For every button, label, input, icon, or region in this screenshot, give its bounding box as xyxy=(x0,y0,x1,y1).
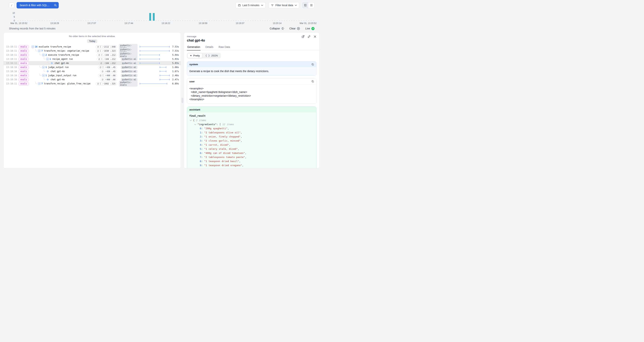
tab-generation[interactable]: Generation xyxy=(187,44,200,50)
framework-tag[interactable]: pydantic-ai xyxy=(121,70,138,73)
view-toggle-list[interactable] xyxy=(308,2,314,8)
search-icon[interactable] xyxy=(54,4,57,7)
attributes-token-chip[interactable]: ↗490↘66 xyxy=(100,78,117,81)
tab-details[interactable]: Details xyxy=(205,44,214,50)
framework-tag[interactable]: pydantic-evals xyxy=(119,52,138,58)
duration-gantt xyxy=(140,62,170,65)
framework-tag[interactable]: pydantic-ai xyxy=(121,58,138,61)
attributes-token-chip[interactable]: Σ↗104↘212 xyxy=(97,58,117,61)
trace-row[interactable]: 13:18:11evals−7transform_recipe: gluten_… xyxy=(4,82,181,86)
tab-raw-data[interactable]: Raw Data xyxy=(218,44,230,50)
collapse-toggle[interactable]: −2 xyxy=(42,54,47,56)
trace-row[interactable]: 13:18:16evalschat gpt-4o↗436↘45pydantic-… xyxy=(4,69,181,74)
detail-tabs: GenerationDetailsRaw Data xyxy=(184,44,320,50)
showing-records-text: Showing records from the last 5 minutes xyxy=(9,27,56,30)
chart-plot[interactable] xyxy=(18,10,314,21)
user-message-line: <dish_name>Spaghetti Bolognese</dish_nam… xyxy=(189,90,314,94)
clear-circle-x-icon xyxy=(297,27,300,30)
histogram-bar[interactable] xyxy=(149,13,151,21)
time-range-dropdown[interactable]: Last 5 minutes xyxy=(236,2,266,8)
clear-button[interactable]: Clear xyxy=(290,27,300,30)
collapse-toggle[interactable]: −7 xyxy=(38,50,43,52)
expand-panel-icon[interactable] xyxy=(302,35,305,38)
trace-row[interactable]: 13:18:11evals−16evaluate transform_recip… xyxy=(4,45,181,49)
trace-row[interactable]: 13:18:16evals−1judge_input_output runΣ↗4… xyxy=(4,74,181,78)
collapse-toggle[interactable]: −1 xyxy=(42,74,47,77)
copy-link-icon[interactable] xyxy=(308,35,311,38)
framework-tag[interactable]: pydantic-ai xyxy=(121,74,138,77)
trace-row[interactable]: 13:18:11evals−2execute transform_recipeΣ… xyxy=(4,53,181,57)
attributes-token-chip[interactable]: Σ↗436↘45 xyxy=(98,66,117,69)
view-toggle-tree[interactable] xyxy=(302,2,308,8)
evals-badge[interactable]: evals xyxy=(18,70,29,73)
search-input[interactable] xyxy=(19,4,54,7)
expand-caret-icon[interactable] xyxy=(194,123,196,125)
trace-row[interactable]: 13:18:11evals−7transform_recipe: vegetar… xyxy=(4,49,181,53)
copy-icon[interactable] xyxy=(312,80,314,83)
attributes-icon xyxy=(97,50,99,52)
attributes-token-chip[interactable]: ↗436↘45 xyxy=(100,70,117,73)
trace-row[interactable]: 13:18:16evalschat gpt-4o↗490↘66pydantic-… xyxy=(4,78,181,82)
trace-row[interactable]: 13:18:11evalschat gpt-4o↗104↘212pydantic… xyxy=(4,61,181,65)
chart-y-axis: 0510 xyxy=(9,10,16,21)
view-mode-pretty[interactable]: ✶Pretty xyxy=(187,53,202,58)
histogram-bar[interactable] xyxy=(153,13,155,21)
expand-caret-icon[interactable] xyxy=(190,119,192,121)
duration-label: 7.53s xyxy=(170,50,179,52)
evals-badge[interactable]: evals xyxy=(18,62,29,65)
evals-badge[interactable]: evals xyxy=(18,57,29,61)
framework-tag[interactable]: pydantic-evals xyxy=(119,81,138,86)
duration-gantt xyxy=(140,74,170,77)
duration-label: 2.47s xyxy=(170,78,179,81)
child-count: 1 xyxy=(46,74,47,77)
splitter-handle[interactable] xyxy=(182,98,183,103)
child-count: 2 xyxy=(46,54,47,56)
user-message-line: </examples> xyxy=(189,98,314,101)
collapse-toggle[interactable]: −16 xyxy=(32,46,38,48)
attributes-token-chip[interactable]: Σ↗2112↘648 xyxy=(96,45,117,48)
evals-badge[interactable]: evals xyxy=(18,45,29,48)
trace-row[interactable]: 13:18:16evals−1judge_output runΣ↗436↘45p… xyxy=(4,65,181,69)
framework-tag[interactable]: pydantic-ai xyxy=(121,66,138,69)
evals-badge[interactable]: evals xyxy=(18,49,29,53)
evals-badge[interactable]: evals xyxy=(18,82,29,86)
live-toggle[interactable]: Live xyxy=(305,27,314,30)
attributes-token-chip[interactable]: Σ↗104↘212 xyxy=(97,54,117,57)
detail-panel: message chat gpt-4o xyxy=(184,32,320,168)
json-open-bracket: : [ xyxy=(216,123,221,126)
arrow-up-right-icon: ↗ xyxy=(104,70,106,72)
row-timestamp: 13:18:11 xyxy=(6,62,18,64)
json-array-item: 1: "2 tablespoons olive oil", xyxy=(189,130,314,135)
x-tick-label: 13:20:14 xyxy=(273,22,282,24)
arrow-down-right-icon: ↘ xyxy=(110,46,112,48)
evals-badge[interactable]: evals xyxy=(18,74,29,77)
attributes-token-chip[interactable]: Σ↗1082↘325 xyxy=(96,82,117,85)
json-array-item: 5: "1 celery stalk, diced", xyxy=(189,147,314,151)
span-name: evaluate transform_recipe xyxy=(39,46,71,48)
trace-row[interactable]: 13:18:11evals−1recipe_agent runΣ↗104↘212… xyxy=(4,57,181,61)
attributes-token-chip[interactable]: Σ↗1030↘323 xyxy=(96,49,117,52)
sql-search-box[interactable] xyxy=(16,2,59,8)
x-tick-label: 13:18:59 xyxy=(199,22,208,24)
framework-tag[interactable]: pydantic-ai xyxy=(121,62,138,65)
filter-local-data-dropdown[interactable]: Filter local data xyxy=(268,2,299,8)
close-icon[interactable] xyxy=(314,35,316,38)
keyboard-shortcut-button[interactable]: / xyxy=(9,2,14,8)
collapse-all-button[interactable]: Collapse xyxy=(270,27,284,30)
attributes-token-chip[interactable]: Σ↗490↘66 xyxy=(98,74,117,77)
collapse-toggle[interactable]: −1 xyxy=(42,66,47,68)
evals-badge[interactable]: evals xyxy=(18,78,29,82)
arrow-down-right-icon: ↘ xyxy=(110,50,112,52)
arrow-up-right-icon: ↗ xyxy=(102,46,104,48)
copy-icon[interactable] xyxy=(312,63,314,66)
view-mode-json[interactable]: { }JSON xyxy=(203,53,220,58)
attributes-token-chip[interactable]: ↗104↘212 xyxy=(99,62,117,65)
evals-badge[interactable]: evals xyxy=(18,66,29,69)
row-timestamp: 13:18:16 xyxy=(6,70,18,73)
row-timestamp: 13:18:11 xyxy=(6,54,18,56)
records-timeline-chart: 0510 Mar 31, 13:15:5213:16:2913:17:0713:… xyxy=(9,10,314,26)
evals-badge[interactable]: evals xyxy=(18,53,29,57)
collapse-toggle[interactable]: −1 xyxy=(46,58,51,60)
collapse-toggle[interactable]: −7 xyxy=(38,82,43,85)
duration-label: 6.89s xyxy=(170,82,179,85)
